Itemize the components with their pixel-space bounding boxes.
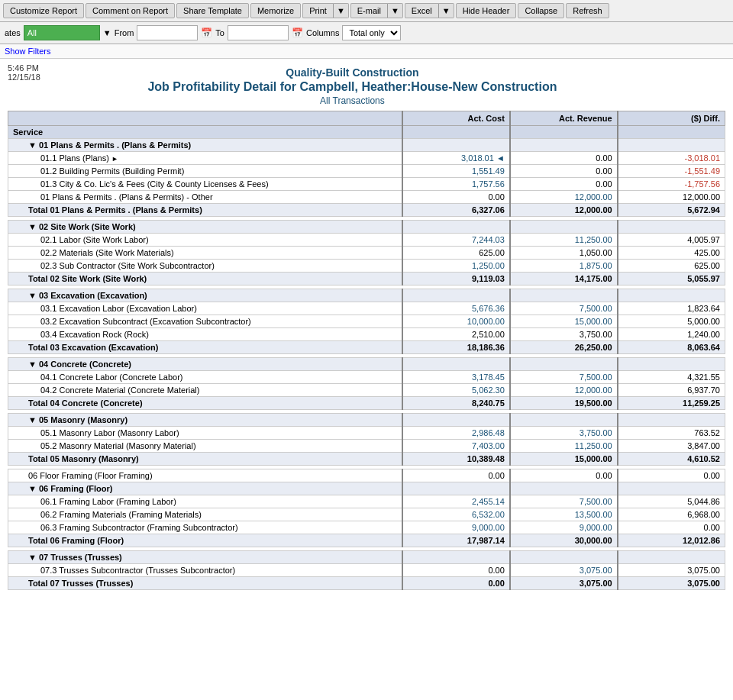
- table-row: Total 02 Site Work (Site Work)9,119.0314…: [8, 273, 725, 285]
- print-dropdown-button[interactable]: ▼: [333, 3, 349, 18]
- table-row: Total 03 Excavation (Excavation)18,186.3…: [8, 341, 725, 354]
- from-calendar-icon[interactable]: 📅: [201, 27, 212, 38]
- from-label: From: [115, 28, 134, 37]
- table-row: 05.2 Masonry Material (Masonry Material)…: [8, 440, 725, 453]
- report-date: 12/15/18: [8, 73, 40, 82]
- table-row: ▼ 04 Concrete (Concrete): [8, 358, 725, 371]
- table-row: 03.4 Excavation Rock (Rock)2,510.003,750…: [8, 328, 725, 341]
- table-row: Total 01 Plans & Permits . (Plans & Perm…: [8, 204, 725, 217]
- dates-dropdown-icon[interactable]: ▼: [103, 28, 111, 37]
- hide-header-button[interactable]: Hide Header: [456, 3, 517, 18]
- collapse-button[interactable]: Collapse: [518, 3, 564, 18]
- report-time: 5:46 PM: [8, 63, 40, 73]
- from-input[interactable]: [137, 25, 198, 40]
- table-row: ▼ 06 Framing (Floor): [8, 482, 725, 495]
- spacer-row: [8, 590, 725, 594]
- col-header-diff: ($) Diff.: [618, 111, 725, 126]
- excel-split: Excel ▼: [405, 3, 454, 18]
- table-row: Total 04 Concrete (Concrete)8,240.7519,5…: [8, 397, 725, 410]
- excel-button[interactable]: Excel: [405, 3, 438, 18]
- table-row: ▼ 07 Trusses (Trusses): [8, 551, 725, 564]
- share-template-button[interactable]: Share Template: [176, 3, 249, 18]
- table-row: 02.3 Sub Contractor (Site Work Subcontra…: [8, 260, 725, 273]
- dates-label: ates: [5, 28, 21, 37]
- table-row: 01.1 Plans (Plans) ►3,018.01 ◄0.00-3,018…: [8, 152, 725, 165]
- table-row: 06.2 Framing Materials (Framing Material…: [8, 508, 725, 521]
- table-row: 07.3 Trusses Subcontractor (Trusses Subc…: [8, 564, 725, 577]
- table-row: Total 05 Masonry (Masonry)10,389.4815,00…: [8, 453, 725, 466]
- table-row: 06.3 Framing Subcontractor (Framing Subc…: [8, 521, 725, 534]
- comment-on-report-button[interactable]: Comment on Report: [86, 3, 175, 18]
- customize-report-button[interactable]: Customize Report: [3, 3, 84, 18]
- report-meta: 5:46 PM 12/15/18: [8, 63, 40, 82]
- to-label: To: [215, 28, 224, 37]
- report-table: Act. Cost Act. Revenue ($) Diff. Service…: [8, 111, 725, 593]
- report-area: 5:46 PM 12/15/18 Quality-Built Construct…: [0, 59, 733, 598]
- table-row: 03.2 Excavation Subcontract (Excavation …: [8, 315, 725, 328]
- filter-bar: ates ▼ From 📅 To 📅 Columns Total only: [0, 22, 733, 44]
- table-row: 01 Plans & Permits . (Plans & Permits) -…: [8, 191, 725, 204]
- memorize-button[interactable]: Memorize: [250, 3, 301, 18]
- table-row: ▼ 02 Site Work (Site Work): [8, 221, 725, 234]
- to-input[interactable]: [228, 25, 289, 40]
- col-header-act-revenue: Act. Revenue: [510, 111, 618, 126]
- table-row: 04.2 Concrete Material (Concrete Materia…: [8, 384, 725, 397]
- table-row: Total 07 Trusses (Trusses)0.003,075.003,…: [8, 577, 725, 590]
- report-company: Quality-Built Construction: [40, 66, 664, 79]
- refresh-button[interactable]: Refresh: [566, 3, 609, 18]
- report-subtitle: All Transactions: [40, 95, 664, 106]
- table-row: Service: [8, 126, 725, 139]
- table-row: Total 06 Framing (Floor)17,987.1430,000.…: [8, 534, 725, 547]
- table-row: 03.1 Excavation Labor (Excavation Labor)…: [8, 302, 725, 315]
- print-button[interactable]: Print: [302, 3, 333, 18]
- table-row: 02.1 Labor (Site Work Labor)7,244.0311,2…: [8, 234, 725, 247]
- table-row: 06 Floor Framing (Floor Framing)0.000.00…: [8, 469, 725, 482]
- excel-dropdown-button[interactable]: ▼: [438, 3, 454, 18]
- col-header-act-cost: Act. Cost: [402, 111, 510, 126]
- show-filters-link[interactable]: Show Filters: [5, 47, 51, 56]
- email-split: E-mail ▼: [350, 3, 403, 18]
- table-row: ▼ 05 Masonry (Masonry): [8, 414, 725, 427]
- table-row: ▼ 03 Excavation (Excavation): [8, 289, 725, 302]
- table-row: 04.1 Concrete Labor (Concrete Labor)3,17…: [8, 371, 725, 384]
- email-button[interactable]: E-mail: [350, 3, 387, 18]
- table-row: 02.2 Materials (Site Work Materials)625.…: [8, 247, 725, 260]
- toolbar: Customize Report Comment on Report Share…: [0, 0, 733, 22]
- table-row: ▼ 01 Plans & Permits . (Plans & Permits): [8, 139, 725, 152]
- email-dropdown-button[interactable]: ▼: [387, 3, 403, 18]
- table-row: 06.1 Framing Labor (Framing Labor)2,455.…: [8, 495, 725, 508]
- report-title: Job Profitability Detail for Campbell, H…: [40, 80, 664, 94]
- columns-label: Columns: [306, 28, 339, 37]
- table-row: 01.3 City & Co. Lic's & Fees (City & Cou…: [8, 178, 725, 191]
- table-row: 05.1 Masonry Labor (Masonry Labor)2,986.…: [8, 427, 725, 440]
- table-row: 01.2 Building Permits (Building Permit)1…: [8, 165, 725, 178]
- to-calendar-icon[interactable]: 📅: [292, 27, 303, 38]
- print-split: Print ▼: [302, 3, 349, 18]
- col-header-name: [8, 111, 402, 126]
- show-filters-bar: Show Filters: [0, 44, 733, 59]
- dates-input[interactable]: [24, 25, 100, 40]
- columns-select[interactable]: Total only: [342, 25, 401, 40]
